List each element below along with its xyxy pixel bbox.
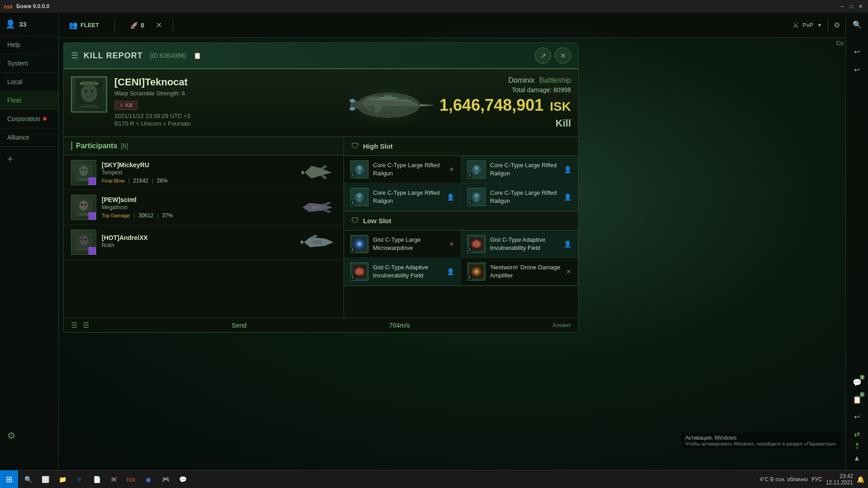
participant-item-1[interactable]: [SKY]MickeyRU Tempest Final Blow | 21642… [64, 155, 344, 190]
victim-section: [CENI]Teknocat Warp Scramble Strength: 6… [64, 69, 578, 137]
svg-point-45 [358, 243, 361, 245]
svg-rect-37 [358, 198, 361, 202]
sidebar-item-alliance[interactable]: Alliance [0, 128, 58, 147]
high-slot-1[interactable]: 1 Core C-Type Large Rifled Railgun ✕ [344, 156, 461, 183]
damage-row-1: Final Blow | 21642 | 26% [102, 178, 295, 184]
slot-name-1: Core C-Type Large Rifled Railgun [373, 161, 444, 178]
high-slot-2[interactable]: 1 Core C-Type Large Rifled Railgun 👤 [461, 156, 578, 183]
copy-id-icon[interactable]: 📋 [193, 52, 201, 59]
pvp-label: PvP [802, 22, 813, 28]
svg-rect-20 [311, 206, 318, 209]
low-slot-destroy-4[interactable]: ✕ [566, 268, 571, 275]
dot-2 [856, 446, 859, 449]
pvp-icon: ⚔ [793, 21, 799, 29]
modal-close-button[interactable]: ✕ [555, 47, 571, 64]
scroll-up-button[interactable]: ▲ [849, 450, 865, 466]
taskbar-app2-button[interactable]: 🎮 [157, 471, 174, 488]
low-slot-1[interactable]: 1 Gist C-Type Large Microwarpdrive ✕ [344, 230, 461, 258]
taskbar-chrome-button[interactable]: ◉ [140, 471, 156, 488]
divider-1 [114, 19, 115, 32]
zoom-in-button[interactable]: 🔍 [849, 16, 865, 33]
low-slot-destroy-1[interactable]: ✕ [449, 240, 454, 248]
slot-icon-1: 1 [350, 160, 368, 178]
filter-icon[interactable]: ⚙ [834, 21, 840, 29]
taskbar-search-button[interactable]: 🔍 [20, 471, 36, 488]
megathron-svg [300, 196, 336, 219]
footer-icon-1[interactable]: ☰ [71, 321, 77, 329]
footer-send-btn[interactable]: Send [232, 321, 247, 329]
low-slot-4[interactable]: 1 'Nestworm' Drone Damage Amplifier ✕ [461, 258, 578, 286]
maximize-button[interactable]: □ [847, 2, 855, 10]
slot-survivor-icon-3[interactable]: 👤 [447, 193, 454, 201]
footer-extra-label: Алоинт [552, 322, 571, 328]
modal-menu-icon[interactable]: ☰ [71, 51, 78, 61]
camera-button[interactable]: ↩ [849, 43, 865, 60]
close-button[interactable]: ✕ [856, 2, 864, 10]
footer-icon-2[interactable]: ☰ [83, 321, 89, 329]
add-channel-button[interactable]: + [0, 147, 58, 171]
slot-survivor-icon-2[interactable]: 👤 [564, 166, 571, 173]
swap-button[interactable]: ⇄ [849, 426, 865, 442]
taskbar-mail-button[interactable]: ✉ [106, 471, 122, 488]
sidebar-item-system[interactable]: System [0, 54, 58, 73]
high-slot-3[interactable]: 1 Core C-Type Large Rifled Railgun 👤 [344, 183, 461, 211]
high-slot-title: High Slot [363, 142, 393, 150]
main-content: Participants [6] [64, 137, 578, 318]
svg-point-28 [357, 166, 362, 170]
close-fleet-button[interactable]: ✕ [156, 21, 162, 29]
sidebar-item-fleet[interactable]: Fleet [0, 91, 58, 110]
slot-icon-4: 1 [467, 188, 486, 206]
modal-title: KILL REPORT [84, 51, 143, 61]
total-damage: Total damage: 80998 [439, 86, 571, 94]
target-button[interactable]: ↩ [849, 61, 865, 78]
kill-report-modal: ☰ KILL REPORT [ID:6364986] 📋 ↗ ✕ [63, 42, 579, 333]
damage-sep-1: | [128, 178, 130, 183]
slot-destroy-icon-1[interactable]: ✕ [449, 166, 454, 173]
taskbar-explorer-button[interactable]: 📁 [54, 471, 71, 488]
dot-1 [856, 443, 859, 446]
high-slot-icon: 🛡 [351, 141, 359, 151]
svg-point-17 [79, 201, 88, 211]
participants-header: Participants [6] [64, 137, 344, 155]
taskbar-edge-button[interactable]: e [71, 471, 88, 488]
ship-count-button[interactable]: 🚀 8 [126, 19, 149, 32]
low-slot-3[interactable]: 1 Gist C-Type Adaptive Invulnerability F… [344, 258, 461, 286]
high-slot-4[interactable]: 1 Core C-Type Large Rifled Railgun 👤 [461, 183, 578, 211]
slot-survivor-icon-4[interactable]: 👤 [564, 193, 571, 201]
participant-item-2[interactable]: [PEW]sciml Megathron Top Damage | 30612 … [64, 190, 344, 225]
settings-button[interactable]: ⚙ [0, 424, 58, 447]
participant-item-3[interactable]: [HOT]AndreiXX Rokh [64, 225, 344, 260]
sidebar-item-help[interactable]: Help [0, 36, 58, 54]
taskbar-app3-button[interactable]: 💬 [175, 471, 191, 488]
taskbar-app1-button[interactable]: rox [123, 471, 139, 488]
low-slot-survivor-2[interactable]: 👤 [564, 240, 571, 248]
nav-button-3[interactable]: ↩ [849, 408, 865, 425]
low-slot-2[interactable]: 1 Gist C-Type Adaptive Invulnerability F… [461, 230, 578, 258]
svg-point-18 [81, 204, 83, 206]
share-button[interactable]: ↗ [535, 47, 551, 64]
minimize-button[interactable]: ─ [838, 2, 846, 10]
slot-name-2: Core C-Type Large Rifled Railgun [490, 161, 559, 178]
low-slot-title: Low Slot [363, 217, 392, 225]
chat-button-2[interactable]: 📋 2 [849, 391, 865, 408]
low-slot-survivor-3[interactable]: 👤 [447, 268, 454, 275]
participant-name-2: [PEW]sciml [102, 196, 295, 203]
svg-rect-11 [384, 95, 393, 97]
chat-button-1[interactable]: 💬 3 [849, 374, 865, 390]
notification-center-button[interactable]: 🔔 [857, 476, 864, 483]
sidebar-item-corporation[interactable]: Corporation [0, 110, 58, 128]
svg-point-3 [81, 84, 97, 102]
avatar-placeholder [72, 77, 106, 112]
svg-point-13 [79, 166, 88, 176]
taskbar-file-button[interactable]: 📄 [89, 471, 105, 488]
pvp-dropdown-icon[interactable]: ▼ [817, 22, 822, 28]
corp-icon-3 [89, 247, 96, 254]
fleet-icon: 👥 [69, 21, 78, 29]
top-bar: 👥 FLEET 🚀 8 ✕ ⚔ PvP ▼ ⚙ [59, 13, 845, 38]
sidebar-item-local[interactable]: Local [0, 73, 58, 91]
taskbar-language: РУС [811, 476, 822, 483]
taskbar-taskview-button[interactable]: ⬜ [37, 471, 53, 488]
svg-rect-33 [475, 171, 478, 174]
start-button[interactable]: ⊞ [0, 470, 18, 488]
fleet-button[interactable]: 👥 FLEET [64, 18, 104, 32]
